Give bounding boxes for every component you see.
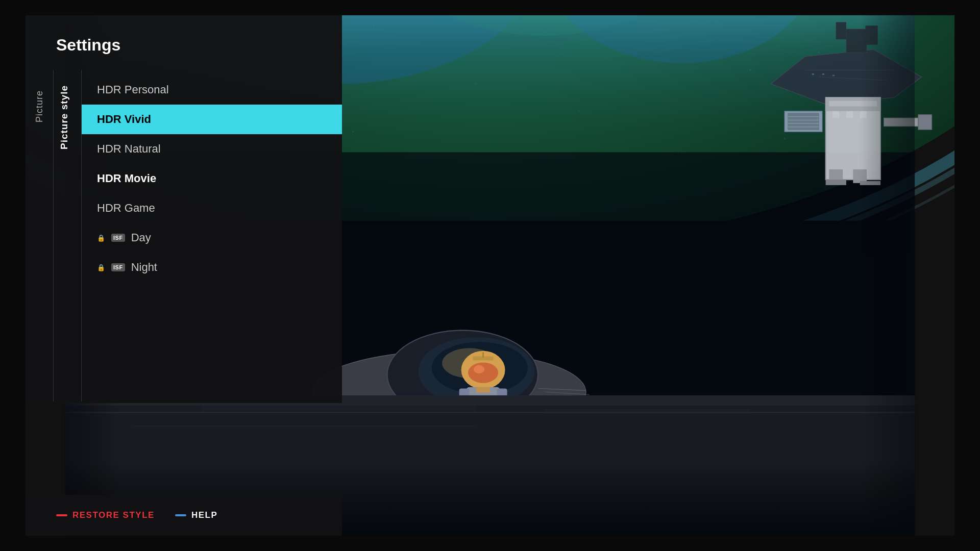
menu-item-label: HDR Movie [97, 172, 156, 185]
menu-items-list: HDR PersonalHDR VividHDR NaturalHDR Movi… [82, 70, 342, 402]
lock-icon: 🔒 [97, 234, 105, 242]
svg-rect-75 [476, 387, 490, 393]
restore-style-label: RESTORE STYLE [72, 510, 155, 520]
svg-rect-92 [545, 409, 750, 413]
svg-rect-57 [832, 111, 839, 118]
restore-style-dash [56, 514, 67, 516]
help-label: HELP [191, 510, 217, 520]
svg-point-70 [468, 362, 498, 383]
settings-title: Settings [26, 15, 342, 70]
menu-item-label: HDR Game [97, 202, 155, 215]
isf-badge: ISF [111, 263, 125, 271]
menu-item-label: HDR Personal [97, 83, 169, 96]
menu-item-hdr-vivid[interactable]: HDR Vivid [82, 105, 342, 134]
screen: Settings Picture Picture style HDR Perso… [26, 15, 954, 536]
menu-item-night[interactable]: 🔒ISFNight [82, 253, 342, 282]
menu-item-hdr-movie[interactable]: HDR Movie [82, 164, 342, 193]
help-dash [175, 514, 186, 516]
svg-rect-39 [836, 22, 846, 39]
menu-item-label: HDR Vivid [97, 113, 151, 126]
svg-rect-45 [832, 75, 835, 77]
svg-rect-55 [918, 115, 932, 130]
bottom-action-bar: RESTORE STYLE HELP [26, 495, 342, 536]
restore-style-action[interactable]: RESTORE STYLE [56, 510, 155, 520]
sidebar-tabs: Picture [26, 70, 54, 402]
submenu-label: Picture style [59, 85, 70, 149]
menu-item-day[interactable]: 🔒ISFDay [82, 223, 342, 253]
svg-point-71 [474, 365, 484, 373]
menu-item-label: Day [131, 231, 151, 244]
svg-rect-91 [202, 406, 476, 411]
menu-item-label: Night [131, 261, 157, 274]
svg-rect-43 [812, 73, 814, 75]
settings-panel: Settings Picture Picture style HDR Perso… [26, 15, 342, 403]
submenu-label-container: Picture style [54, 70, 82, 402]
menu-item-hdr-game[interactable]: HDR Game [82, 193, 342, 223]
menu-item-hdr-natural[interactable]: HDR Natural [82, 134, 342, 164]
sidebar-container: Picture Picture style HDR PersonalHDR Vi… [26, 70, 342, 402]
svg-rect-62 [826, 180, 846, 185]
svg-rect-94 [860, 15, 915, 536]
sidebar-tab-picture[interactable]: Picture [32, 85, 47, 128]
isf-badge: ISF [111, 234, 125, 242]
menu-item-hdr-personal[interactable]: HDR Personal [82, 75, 342, 105]
svg-rect-58 [846, 111, 853, 118]
help-action[interactable]: HELP [175, 510, 217, 520]
lock-icon: 🔒 [97, 264, 105, 271]
menu-item-label: HDR Natural [97, 142, 161, 156]
svg-rect-44 [822, 73, 824, 75]
